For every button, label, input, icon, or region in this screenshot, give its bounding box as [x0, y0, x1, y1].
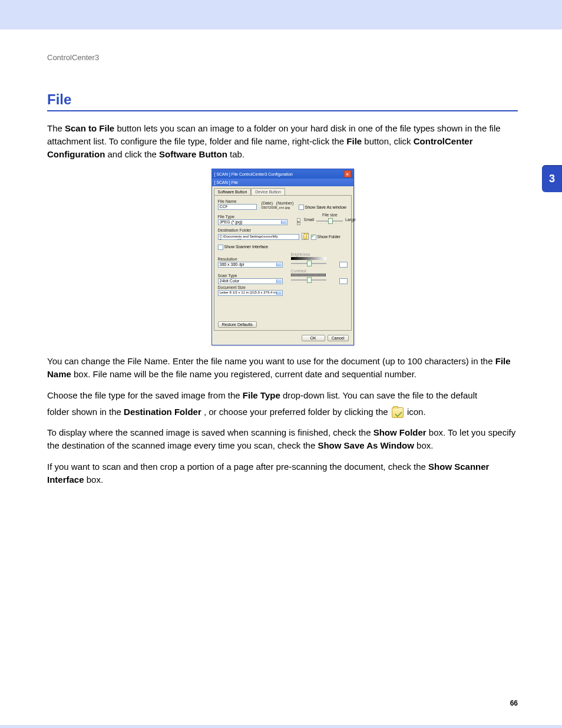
page-header: ControlCenter3 — [47, 53, 518, 62]
intro-paragraph: The Scan to File button lets you scan an… — [47, 122, 518, 160]
paragraph-destination: folder shown in the Destination Folder ,… — [47, 406, 518, 419]
dialog-titlebar: [ SCAN ] File ControlCenter3 Configurati… — [212, 169, 353, 179]
file-name-input[interactable]: CCF — [218, 204, 257, 210]
bold-destination-folder: Destination Folder — [124, 407, 201, 417]
page-number: 66 — [510, 699, 518, 707]
tab-device-button[interactable]: Device Button — [251, 188, 285, 195]
bold-file: File — [346, 136, 362, 146]
file-size-slider[interactable] — [316, 220, 343, 222]
brightness-value[interactable] — [339, 262, 348, 268]
label-file-size: File size — [304, 213, 356, 217]
tab-panel: File Name CCF (Date) (Number) 03072008_x… — [214, 195, 352, 331]
restore-defaults-button[interactable]: Restore Defaults — [218, 321, 257, 328]
slider-ticks: · · · · · · · · · · · — [291, 264, 337, 268]
dialog-title: [ SCAN ] File ControlCenter3 Configurati… — [214, 172, 293, 176]
tab-bar: Software Button Device Button — [212, 186, 353, 195]
dialog-subtitle: [ SCAN ] File — [212, 179, 353, 186]
cancel-button[interactable]: Cancel — [328, 335, 349, 341]
section-rule — [47, 110, 518, 111]
text: To display where the scanned image is sa… — [47, 427, 373, 437]
label-scan-type: Scan Type — [218, 274, 289, 278]
show-scanner-interface-checkbox[interactable]: Show Scanner Interface — [218, 245, 348, 250]
text: box. — [416, 440, 433, 450]
resolution-select[interactable]: 300 x 300 dpi — [218, 262, 283, 268]
dialog-button-row: OK Cancel — [212, 332, 353, 345]
checkbox-icon — [311, 235, 316, 240]
paragraph-showfolder: To display where the scanned image is sa… — [47, 426, 518, 452]
show-folder-checkbox[interactable]: Show Folder — [311, 235, 340, 240]
document-size-select[interactable]: Letter 8 1/2 x 11 in (215.9 x 279.4 mm) — [218, 290, 283, 296]
folder-icon — [303, 233, 307, 239]
text: You can change the File Name. Enter the … — [47, 356, 495, 366]
file-type-settings-button[interactable]: ≡ — [297, 218, 300, 225]
example-filename: 03072008_xxx.jpg — [262, 206, 294, 209]
bold-file-type: File Type — [243, 390, 280, 400]
label-resolution: Resolution — [218, 257, 289, 261]
text: If you want to scan and then crop a port… — [47, 462, 428, 472]
contrast-pattern — [291, 274, 326, 276]
destination-folder-input[interactable]: C:\Documents and Settings\xxxxx\My Docum… — [218, 234, 299, 240]
scan-type-select[interactable]: 24bit Color — [218, 278, 283, 284]
section-title: File — [47, 91, 518, 108]
text: icon. — [407, 407, 426, 417]
tab-software-button[interactable]: Software Button — [214, 188, 252, 195]
file-type-select[interactable]: JPEG (*.jpg) — [218, 219, 287, 225]
label-file-type: File Type — [218, 215, 295, 219]
text: folder shown in the — [47, 407, 124, 417]
label-document-size: Document Size — [218, 285, 348, 289]
label-contrast: Contrast — [291, 269, 337, 273]
label-large: Large — [345, 218, 356, 222]
close-icon[interactable]: × — [344, 170, 351, 177]
text: box. File name will be the file name you… — [74, 369, 416, 379]
paragraph-filetype: Choose the file type for the saved image… — [47, 389, 518, 402]
folder-icon — [392, 407, 404, 418]
show-save-as-checkbox[interactable]: Show Save As window — [299, 205, 346, 209]
text: button, click — [364, 136, 413, 146]
checkbox-icon — [218, 245, 223, 250]
text: box. — [87, 475, 103, 485]
brightness-gradient — [291, 257, 326, 260]
label-date: (Date) (Number) — [262, 201, 294, 205]
text: tab. — [230, 149, 244, 159]
bold-software-button: Software Button — [159, 149, 227, 159]
label-destination-folder: Destination Folder — [218, 228, 348, 232]
label-small: Small — [304, 218, 315, 222]
contrast-slider[interactable] — [291, 279, 326, 281]
text: , or choose your preferred folder by cli… — [204, 407, 391, 417]
paragraph-scannerinterface: If you want to scan and then crop a port… — [47, 460, 518, 486]
paragraph-filename: You can change the File Name. Enter the … — [47, 355, 518, 381]
chapter-tab: 3 — [542, 165, 562, 192]
brightness-slider[interactable] — [291, 263, 326, 264]
document-page: ControlCenter3 File The Scan to File but… — [0, 29, 562, 725]
text: Choose the file type for the saved image… — [47, 390, 243, 400]
slider-ticks: · · · · · · · · · · · — [291, 281, 337, 284]
bold-show-save-as-window: Show Save As Window — [318, 440, 414, 450]
text: drop-down list. You can save the file to… — [283, 390, 477, 400]
label-brightness: Brightness — [291, 252, 337, 256]
contrast-value[interactable] — [339, 278, 348, 284]
bold-show-folder: Show Folder — [373, 427, 427, 437]
label-file-name: File Name — [218, 199, 259, 203]
browse-folder-button[interactable] — [302, 233, 309, 240]
text: and click the — [108, 149, 160, 159]
config-dialog: [ SCAN ] File ControlCenter3 Configurati… — [211, 169, 354, 345]
ok-button[interactable]: OK — [302, 335, 325, 341]
text: The — [47, 123, 65, 133]
bold-scan-to-file: Scan to File — [65, 123, 114, 133]
checkbox-icon — [299, 205, 304, 210]
